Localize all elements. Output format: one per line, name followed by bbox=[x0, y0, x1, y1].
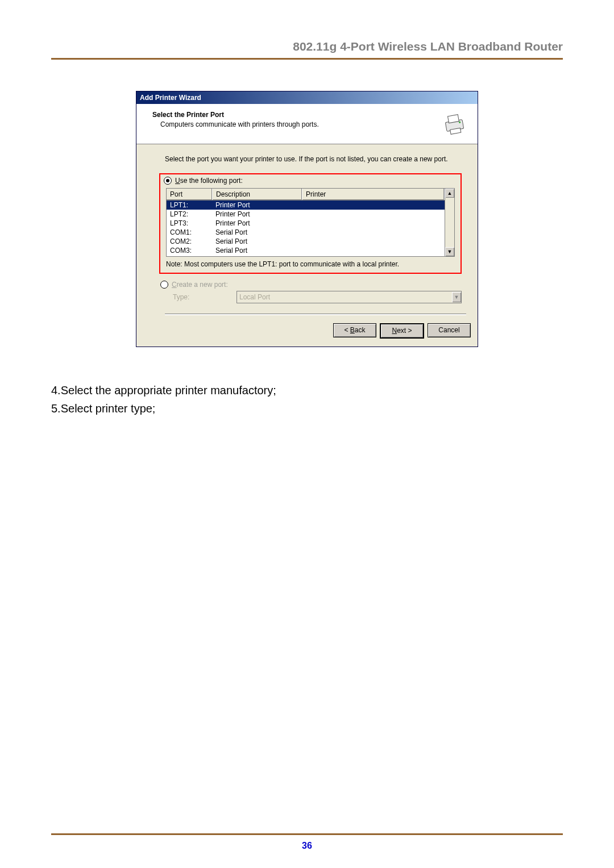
page-footer: 36 bbox=[51, 833, 563, 851]
svg-rect-1 bbox=[448, 115, 459, 123]
col-printer[interactable]: Printer bbox=[302, 189, 445, 200]
instruction-text: Select the port you want your printer to… bbox=[165, 155, 466, 164]
cancel-button[interactable]: Cancel bbox=[428, 323, 471, 337]
page-number: 36 bbox=[302, 841, 312, 850]
list-row[interactable]: COM3:Serial Port bbox=[167, 246, 445, 255]
separator bbox=[165, 314, 466, 315]
dialog-header-section: Select the Printer Port Computers commun… bbox=[136, 104, 478, 144]
list-row[interactable]: LPT3:Printer Port bbox=[167, 219, 445, 228]
dialog-subheading: Computers communicate with printers thro… bbox=[160, 120, 319, 128]
radio-use-underline: U bbox=[175, 177, 180, 185]
radio-empty-icon bbox=[160, 281, 168, 289]
page-header: 802.11g 4-Port Wireless LAN Broadband Ro… bbox=[51, 40, 563, 60]
chevron-down-icon: ▼ bbox=[452, 292, 461, 302]
add-printer-wizard-dialog: Add Printer Wizard Select the Printer Po… bbox=[136, 91, 478, 347]
radio-use-following-port[interactable]: Use the following port: bbox=[164, 177, 455, 185]
step-5-text: 5.Select printer type; bbox=[51, 399, 563, 418]
radio-create-label: reate a new port: bbox=[177, 281, 228, 289]
step-4-text: 4.Select the appropriate printer manufac… bbox=[51, 381, 563, 399]
highlighted-section: Use the following port: Port Description… bbox=[159, 173, 462, 274]
type-combobox: Local Port ▼ bbox=[237, 291, 462, 303]
radio-dot-icon bbox=[164, 177, 172, 185]
scroll-up-icon[interactable]: ▲ bbox=[445, 189, 454, 198]
radio-create-underline: C bbox=[172, 281, 177, 289]
list-row[interactable]: LPT1:Printer Port bbox=[167, 201, 445, 210]
type-label: Type: bbox=[173, 293, 237, 301]
scrollbar[interactable]: ▲ ▼ bbox=[445, 188, 455, 257]
note-text: Note: Most computers use the LPT1: port … bbox=[166, 260, 455, 268]
list-row[interactable]: COM2:Serial Port bbox=[167, 237, 445, 246]
scroll-down-icon[interactable]: ▼ bbox=[445, 247, 454, 256]
port-list[interactable]: Port Description Printer LPT1:Printer Po… bbox=[166, 188, 445, 257]
list-row[interactable]: COM1:Serial Port bbox=[167, 228, 445, 237]
printer-icon bbox=[442, 112, 466, 136]
type-value: Local Port bbox=[239, 293, 270, 301]
radio-create-new-port[interactable]: Create a new port: bbox=[160, 281, 466, 289]
list-row[interactable]: LPT2:Printer Port bbox=[167, 210, 445, 219]
back-button[interactable]: < Back bbox=[333, 323, 376, 337]
dialog-heading: Select the Printer Port bbox=[152, 111, 319, 119]
next-button[interactable]: Next > bbox=[380, 323, 424, 339]
col-port[interactable]: Port bbox=[167, 189, 213, 200]
radio-use-label: se the following port: bbox=[180, 177, 243, 185]
col-description[interactable]: Description bbox=[213, 189, 302, 200]
dialog-titlebar: Add Printer Wizard bbox=[136, 91, 478, 104]
